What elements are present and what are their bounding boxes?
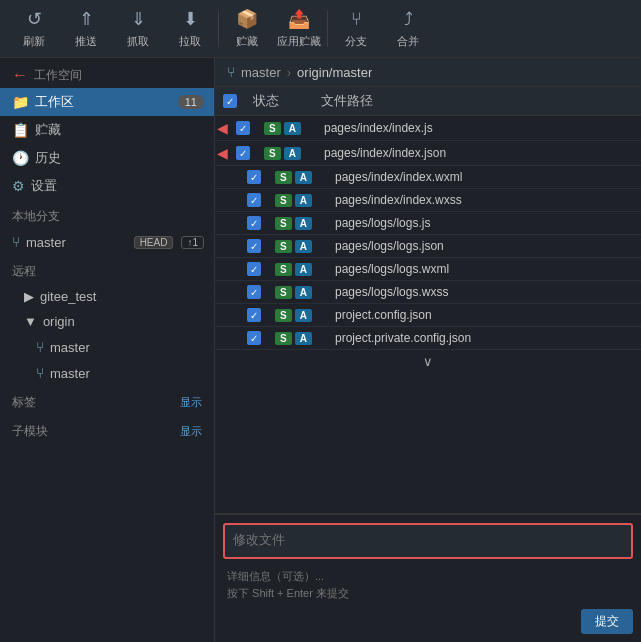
- badge-a: A: [295, 217, 312, 230]
- content-area: ⑂ master › origin/master ✓ 状态 文件路径 ◀ ✓ S…: [215, 58, 641, 642]
- branch-icon: ⑂: [351, 9, 362, 30]
- table-row[interactable]: ✓ SA pages/index/index.wxss: [215, 189, 641, 212]
- row-checkbox[interactable]: ✓: [247, 239, 261, 253]
- row-checkbox[interactable]: ✓: [247, 285, 261, 299]
- row-checkbox[interactable]: ✓: [247, 216, 261, 230]
- toolbar-stash[interactable]: 📦 贮藏: [221, 4, 273, 54]
- merge-icon: ⤴: [404, 9, 413, 30]
- row-checkbox[interactable]: ✓: [247, 193, 261, 207]
- toolbar-branch[interactable]: ⑂ 分支: [330, 4, 382, 54]
- commit-hint-line1: 详细信息（可选）...: [227, 568, 629, 586]
- toolbar-merge[interactable]: ⤴ 合并: [382, 4, 434, 54]
- sidebar-item-origin-master-1[interactable]: ⑂ master: [0, 334, 214, 360]
- breadcrumb-branch: master: [241, 65, 281, 80]
- table-row[interactable]: ✓ SA pages/logs/logs.json: [215, 235, 641, 258]
- row-checkbox[interactable]: ✓: [236, 121, 250, 135]
- tags-show-link[interactable]: 显示: [180, 395, 202, 410]
- remote-section-title: 远程: [0, 255, 214, 284]
- local-branch-section-title: 本地分支: [0, 200, 214, 229]
- row-path: pages/logs/logs.js: [335, 216, 633, 230]
- table-row[interactable]: ✓ SA pages/index/index.wxml: [215, 166, 641, 189]
- sidebar-item-origin[interactable]: ▼ origin: [0, 309, 214, 334]
- row-badges: SA: [275, 332, 329, 345]
- sidebar-item-origin-master-2[interactable]: ⑂ master: [0, 360, 214, 386]
- table-row[interactable]: ✓ SA project.private.config.json: [215, 327, 641, 350]
- header-path: 文件路径: [321, 92, 633, 110]
- commit-submit-button[interactable]: 提交: [581, 609, 633, 634]
- row-checkbox[interactable]: ✓: [247, 331, 261, 345]
- sidebar-item-workspace[interactable]: 📁 工作区 11: [0, 88, 214, 116]
- submodule-show-link[interactable]: 显示: [180, 424, 202, 439]
- sidebar-item-gitee-test[interactable]: ▶ gitee_test: [0, 284, 214, 309]
- toolbar-push-label: 推送: [75, 34, 97, 49]
- toolbar-fetch[interactable]: ⇓ 抓取: [112, 4, 164, 54]
- row-arrow-icon: ◀: [217, 120, 228, 136]
- row-badges: SA: [275, 263, 329, 276]
- badge-a: A: [295, 332, 312, 345]
- head-tag: HEAD: [134, 236, 174, 249]
- sidebar: ← 工作空间 📁 工作区 11 📋 贮藏 🕐 历史 ⚙ 设置 本地分支 ⑂ ma…: [0, 58, 215, 642]
- row-check[interactable]: ✓: [247, 262, 269, 276]
- row-checkbox[interactable]: ✓: [247, 308, 261, 322]
- toolbar-pull[interactable]: ⬇ 拉取: [164, 4, 216, 54]
- toolbar-merge-label: 合并: [397, 34, 419, 49]
- row-check[interactable]: ✓: [247, 331, 269, 345]
- row-checkbox[interactable]: ✓: [247, 262, 261, 276]
- toolbar-apply-stash[interactable]: 📤 应用贮藏: [273, 4, 325, 54]
- table-row[interactable]: ◀ ✓ SA pages/index/index.js: [215, 116, 641, 141]
- expand-icon: ∨: [423, 354, 433, 369]
- badge-a: A: [295, 286, 312, 299]
- remote-branch-icon-1: ⑂: [36, 339, 44, 355]
- badge-a: A: [284, 122, 301, 135]
- stash-sidebar-icon: 📋: [12, 122, 29, 138]
- expand-row[interactable]: ∨: [215, 350, 641, 373]
- row-check[interactable]: ✓: [247, 285, 269, 299]
- row-path: project.config.json: [335, 308, 633, 322]
- badge-s: S: [264, 122, 281, 135]
- workspace-folder-icon: 📁: [12, 94, 29, 110]
- main-layout: ← 工作空间 📁 工作区 11 📋 贮藏 🕐 历史 ⚙ 设置 本地分支 ⑂ ma…: [0, 58, 641, 642]
- row-check[interactable]: ✓: [247, 193, 269, 207]
- row-checkbox[interactable]: ✓: [236, 146, 250, 160]
- breadcrumb: ⑂ master › origin/master: [215, 58, 641, 87]
- row-check[interactable]: ✓: [247, 308, 269, 322]
- toolbar-push[interactable]: ⇑ 推送: [60, 4, 112, 54]
- sidebar-item-history[interactable]: 🕐 历史: [0, 144, 214, 172]
- badge-s: S: [275, 332, 292, 345]
- toolbar-branch-label: 分支: [345, 34, 367, 49]
- badge-a: A: [295, 263, 312, 276]
- table-row[interactable]: ✓ SA project.config.json: [215, 304, 641, 327]
- toolbar-refresh[interactable]: ↺ 刷新: [8, 4, 60, 54]
- fetch-icon: ⇓: [131, 8, 146, 30]
- commit-message-input[interactable]: [223, 523, 633, 559]
- row-check[interactable]: ✓: [236, 146, 258, 160]
- table-row[interactable]: ✓ SA pages/logs/logs.wxml: [215, 258, 641, 281]
- workspace-title: 工作空间: [34, 67, 82, 84]
- sidebar-item-stash[interactable]: 📋 贮藏: [0, 116, 214, 144]
- row-path: pages/logs/logs.json: [335, 239, 633, 253]
- row-badges: SA: [264, 122, 318, 135]
- stash-icon: 📦: [236, 8, 258, 30]
- table-row[interactable]: ✓ SA pages/logs/logs.wxss: [215, 281, 641, 304]
- commit-hint: 详细信息（可选）... 按下 Shift + Enter 来提交: [223, 566, 633, 605]
- badge-s: S: [275, 217, 292, 230]
- row-check[interactable]: ✓: [247, 216, 269, 230]
- row-checkbox[interactable]: ✓: [247, 170, 261, 184]
- header-checkbox[interactable]: ✓: [223, 94, 237, 108]
- up-tag: ↑1: [181, 236, 204, 249]
- sidebar-item-settings[interactable]: ⚙ 设置: [0, 172, 214, 200]
- sidebar-gitee-test-label: gitee_test: [40, 289, 96, 304]
- row-badges: SA: [275, 171, 329, 184]
- breadcrumb-path: origin/master: [297, 65, 372, 80]
- workspace-arrow-icon: ←: [12, 66, 28, 84]
- row-path: pages/index/index.wxml: [335, 170, 633, 184]
- row-check[interactable]: ✓: [247, 170, 269, 184]
- row-check[interactable]: ✓: [236, 121, 258, 135]
- sidebar-item-master-local[interactable]: ⑂ master HEAD ↑1: [0, 229, 214, 255]
- table-row[interactable]: ◀ ✓ SA pages/index/index.json: [215, 141, 641, 166]
- table-row[interactable]: ✓ SA pages/logs/logs.js: [215, 212, 641, 235]
- workspace-badge: 11: [178, 95, 204, 109]
- badge-a: A: [295, 309, 312, 322]
- apply-stash-icon: 📤: [288, 8, 310, 30]
- row-check[interactable]: ✓: [247, 239, 269, 253]
